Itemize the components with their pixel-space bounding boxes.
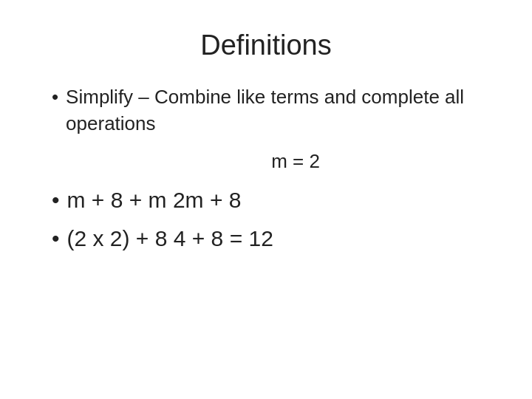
list-item: • m + 8 + m 2m + 8 (52, 185, 495, 216)
slide: Definitions • Simplify – Combine like te… (0, 0, 532, 399)
bullet-dot-2: • (52, 185, 60, 216)
slide-content: • Simplify – Combine like terms and comp… (37, 83, 495, 254)
bullet-dot-1: • (52, 83, 58, 110)
bullet-text-2: m + 8 + m 2m + 8 (67, 185, 242, 216)
list-item: • Simplify – Combine like terms and comp… (52, 83, 495, 137)
slide-title: Definitions (37, 30, 495, 61)
bullet-dot-3: • (52, 223, 60, 254)
bullet-text-3: (2 x 2) + 8 4 + 8 = 12 (67, 223, 273, 254)
list-item: • (2 x 2) + 8 4 + 8 = 12 (52, 223, 495, 254)
indent-equation: m = 2 (96, 148, 495, 174)
bullet-text-1: Simplify – Combine like terms and comple… (66, 83, 495, 137)
